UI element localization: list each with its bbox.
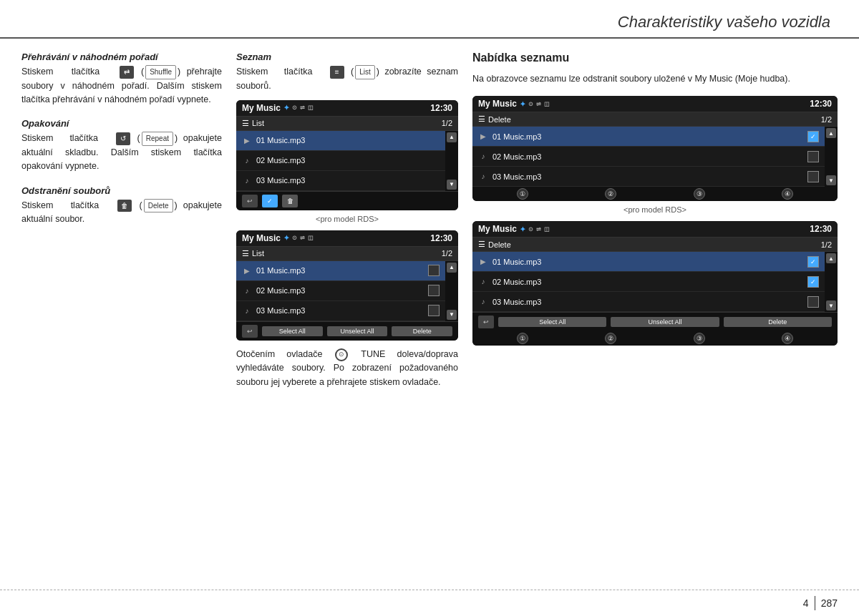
note-icon-2: ♪: [242, 177, 252, 185]
list-icon-btn: ≡: [330, 66, 344, 79]
shuffle-icon-btn: ⇄: [120, 66, 134, 79]
screen-right-1-header: My Music ✦ ⊙ ⇌ ◫ 12:30: [472, 96, 838, 112]
badge-3: ③: [694, 188, 705, 200]
check-box-r2: [807, 171, 819, 182]
screen-mid-1-caption: <pro model RDS>: [236, 215, 458, 223]
section-delete-text: Stiskem tlačítka 🗑 (Delete) opakujete ak…: [21, 199, 222, 227]
screen-mid-2-title: My Music ✦ ⊙ ⇌ ◫: [242, 233, 314, 243]
check-icon-1: ✓: [262, 195, 278, 207]
select-all-btn-2[interactable]: Select All: [262, 326, 323, 336]
row-text-r2-2: 03 Music.mp3: [492, 298, 803, 306]
scroll-down-1: ▼: [447, 180, 457, 190]
note-icon-s1: ♪: [242, 287, 252, 295]
row-text-s2: 03 Music.mp3: [256, 306, 424, 315]
screen-mid-2-row-2: ♪ 03 Music.mp3: [236, 301, 445, 321]
page-indicator-r1: 1/2: [821, 115, 832, 124]
section-repeat-text: Stiskem tlačítka ↺ (Repeat) opakujete ak…: [21, 132, 222, 173]
screen-mid-2-scrollbar: ▲ ▼: [445, 261, 458, 321]
screen-mid-2-row-0: ▶ 01 Music.mp3: [236, 261, 445, 281]
page-num: 287: [821, 597, 838, 609]
signal-icon-r2: ⊙: [528, 226, 533, 233]
row-text-r1: 02 Music.mp3: [492, 152, 803, 161]
delete-icon-sub-r2: ☰: [478, 240, 485, 249]
scroll-down-r2: ▼: [826, 300, 836, 311]
screen-right-1-rows: ▶ 01 Music.mp3 ✓ ♪ 02 Music.mp3 ♪ 03 Mus…: [472, 127, 825, 187]
screen-mid-1-scrollbar: ▲ ▼: [445, 131, 458, 191]
folder-icon-r1: ◫: [544, 101, 550, 107]
badge-r2-1: ①: [517, 333, 528, 344]
screen-right-1-row-2: ♪ 03 Music.mp3: [472, 167, 825, 187]
note-icon-r2: ♪: [478, 172, 488, 180]
play-icon-s0: ▶: [242, 267, 252, 275]
page-indicator-1: 1/2: [442, 119, 452, 127]
sub-label-1: List: [252, 119, 264, 127]
note-icon-s2: ♪: [242, 307, 252, 315]
screen-right-2-scrollbar: ▲ ▼: [825, 252, 838, 312]
screen-right-1-caption: <pro model RDS>: [472, 205, 838, 214]
screen-mid-1-title: My Music ✦ ⊙ ⇌ ◫: [242, 103, 314, 113]
delete-label: Delete: [144, 199, 173, 213]
folder-icon-1: ◫: [308, 104, 314, 111]
screen-mid-2-subheader: ☰ List 1/2: [236, 247, 458, 261]
row-text-2: 03 Music.mp3: [256, 176, 440, 185]
page-indicator-2: 1/2: [442, 249, 452, 258]
right-column: Nabídka seznamu Na obrazovce seznamu lze…: [472, 52, 838, 389]
tune-icon: ⊙: [335, 348, 348, 361]
repeat-label: Repeat: [142, 132, 173, 146]
screen-right-2-badges: ① ② ③ ④: [472, 331, 838, 346]
sub-label-r2: Delete: [488, 240, 511, 249]
screen-mid-1-time: 12:30: [430, 103, 452, 113]
screen-right-1-row-1: ♪ 02 Music.mp3: [472, 147, 825, 167]
signal-icon-2: ⊙: [292, 235, 297, 241]
screen-mid-1-header: My Music ✦ ⊙ ⇌ ◫ 12:30: [236, 100, 458, 117]
back-icon-2: ↩: [242, 325, 258, 338]
screen-right-2-title: My Music ✦ ⊙ ⇌ ◫: [478, 224, 550, 234]
unselect-all-btn-r2[interactable]: Unselect All: [611, 317, 719, 327]
usb-icon-1: ⇌: [300, 104, 305, 111]
delete-icon-sub-r1: ☰: [478, 114, 485, 124]
note-icon-r2-1: ♪: [478, 278, 488, 285]
trash-icon-1: 🗑: [282, 195, 298, 207]
section-delete-title: Odstranění souborů: [21, 185, 222, 196]
screen-mid-1-footer: ↩ ✓ 🗑: [236, 191, 458, 210]
sub-label-r1: Delete: [488, 115, 511, 124]
screen-right-2-row-2: ♪ 03 Music.mp3: [472, 292, 825, 312]
badge-r2-2: ②: [605, 333, 616, 344]
usb-icon-r1: ⇌: [536, 101, 541, 107]
unselect-all-btn-2[interactable]: Unselect All: [327, 326, 388, 336]
section-seznam-title: Seznam: [236, 52, 458, 62]
mid-bottom-text: Otočením ovladače ⊙ TUNE doleva/doprava …: [236, 348, 458, 389]
screen-mid-1-rows: ▶ 01 Music.mp3 ♪ 02 Music.mp3 ♪ 03 Music…: [236, 131, 445, 191]
scroll-down-r1: ▼: [826, 175, 836, 185]
usb-icon-r2: ⇌: [536, 226, 541, 233]
row-text-1: 02 Music.mp3: [256, 156, 440, 165]
check-box-r0: ✓: [807, 131, 819, 142]
repeat-icon-btn: ↺: [116, 132, 130, 145]
bluetooth-icon-r1: ✦: [520, 100, 525, 108]
select-all-btn-r2[interactable]: Select All: [498, 317, 606, 327]
section-repeat: Opakování Stiskem tlačítka ↺ (Repeat) op…: [21, 118, 222, 173]
screen-right-2-row-1: ♪ 02 Music.mp3 ✓: [472, 272, 825, 292]
badge-1: ①: [517, 188, 528, 200]
screen-mid-2-header: My Music ✦ ⊙ ⇌ ◫ 12:30: [236, 230, 458, 247]
sub-label-2: List: [252, 249, 264, 258]
check-box-s0: [428, 265, 440, 276]
play-icon-r0: ▶: [478, 132, 488, 140]
play-icon-0: ▶: [242, 137, 252, 145]
check-box-r2-0: ✓: [807, 256, 819, 268]
page-separator: [815, 596, 815, 610]
screen-mid-2-time: 12:30: [430, 233, 452, 243]
delete-btn-2[interactable]: Delete: [392, 326, 452, 336]
left-column: Přehrávání v náhodném pořadí Stiskem tla…: [21, 52, 222, 389]
screen-right-2-body: ▶ 01 Music.mp3 ✓ ♪ 02 Music.mp3 ✓ ♪ 03 M…: [472, 252, 838, 312]
screen-right-2-time: 12:30: [810, 224, 832, 234]
section-delete: Odstranění souborů Stiskem tlačítka 🗑 (D…: [21, 185, 222, 227]
screen-right-1-time: 12:30: [810, 99, 832, 109]
page-header: Charakteristiky vašeho vozidla: [0, 0, 859, 39]
delete-btn-r2[interactable]: Delete: [724, 317, 832, 327]
section-shuffle-text: Stiskem tlačítka ⇄ (Shuffle) přehrajte s…: [21, 65, 222, 107]
section-repeat-title: Opakování: [21, 118, 222, 129]
screen-right-2-row-0: ▶ 01 Music.mp3 ✓: [472, 252, 825, 272]
screen-right-1-body: ▶ 01 Music.mp3 ✓ ♪ 02 Music.mp3 ♪ 03 Mus…: [472, 127, 838, 187]
scroll-up-r2: ▲: [826, 253, 836, 263]
